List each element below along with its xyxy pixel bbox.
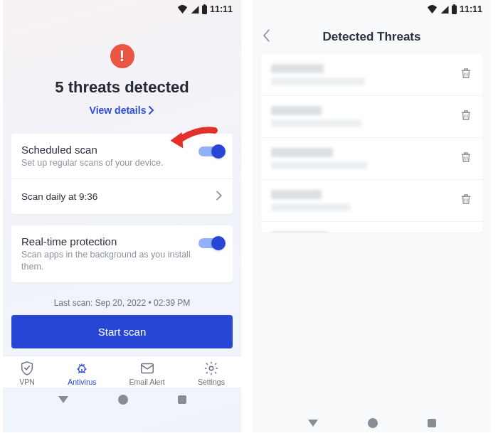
gear-icon bbox=[203, 361, 219, 376]
delete-threat-button[interactable] bbox=[460, 109, 472, 124]
scheduled-scan-card: Scheduled scan Set up regular scans of y… bbox=[11, 134, 233, 214]
threat-name-redacted bbox=[271, 106, 361, 127]
shield-check-icon bbox=[19, 361, 35, 376]
threat-row bbox=[261, 180, 482, 222]
bottom-nav: VPN Antivirus Email Alert Settings bbox=[3, 356, 241, 388]
nav-vpn[interactable]: VPN bbox=[19, 361, 35, 386]
threat-name-redacted bbox=[271, 64, 365, 85]
scheduled-scan-row: Scheduled scan Set up regular scans of y… bbox=[11, 134, 233, 178]
scheduled-toggle[interactable] bbox=[198, 146, 223, 156]
chevron-right-icon bbox=[216, 189, 223, 204]
android-nav-bar bbox=[253, 411, 491, 432]
svg-rect-1 bbox=[203, 4, 206, 6]
threats-title: Detected Threats bbox=[323, 30, 421, 44]
trash-icon bbox=[460, 109, 472, 122]
view-details-link[interactable]: View details bbox=[90, 105, 155, 116]
threat-row bbox=[261, 222, 482, 233]
trash-icon bbox=[460, 67, 472, 80]
last-scan-label: Last scan: Sep 20, 2022 • 02:39 PM bbox=[3, 298, 241, 308]
nav-back-icon[interactable] bbox=[58, 396, 68, 403]
realtime-toggle[interactable] bbox=[198, 238, 223, 248]
delete-threat-button[interactable] bbox=[460, 67, 472, 82]
nav-back-icon[interactable] bbox=[308, 420, 318, 427]
trash-icon bbox=[460, 151, 472, 164]
threats-header: Detected Threats bbox=[253, 18, 491, 54]
bug-icon bbox=[74, 361, 90, 376]
signal-icon bbox=[190, 5, 199, 14]
threat-row bbox=[261, 138, 482, 180]
realtime-sub: Scan apps in the background as you insta… bbox=[21, 249, 191, 274]
schedule-time-label: Scan daily at 9:36 bbox=[21, 191, 97, 202]
threat-row bbox=[261, 54, 482, 96]
clock: 11:11 bbox=[210, 4, 233, 14]
delete-threat-button[interactable] bbox=[460, 193, 472, 208]
delete-threat-button[interactable] bbox=[460, 151, 472, 166]
svg-rect-0 bbox=[202, 5, 207, 14]
nav-antivirus[interactable]: Antivirus bbox=[68, 361, 96, 386]
nav-email-label: Email Alert bbox=[129, 378, 165, 386]
chevron-right-icon bbox=[149, 106, 154, 114]
realtime-title: Real-time protection bbox=[21, 235, 191, 247]
status-bar: 11:11 bbox=[3, 0, 241, 18]
start-scan-button[interactable]: Start scan bbox=[11, 315, 233, 348]
antivirus-main-screen: 11:11 ! 5 threats detected View details … bbox=[3, 0, 241, 432]
svg-rect-6 bbox=[453, 4, 455, 6]
scheduled-sub: Set up regular scans of your device. bbox=[21, 157, 163, 170]
view-details-label: View details bbox=[90, 105, 147, 116]
threat-name-redacted bbox=[271, 148, 367, 169]
svg-rect-3 bbox=[141, 363, 153, 373]
wifi-icon bbox=[427, 5, 438, 14]
nav-home-icon[interactable] bbox=[368, 418, 378, 428]
back-button[interactable] bbox=[263, 29, 270, 45]
nav-recent-icon[interactable] bbox=[428, 419, 436, 427]
wifi-icon bbox=[177, 5, 188, 14]
trash-icon bbox=[460, 193, 472, 206]
threat-list bbox=[261, 54, 482, 233]
nav-recent-icon[interactable] bbox=[178, 395, 186, 404]
scheduled-title: Scheduled scan bbox=[21, 144, 163, 156]
android-nav-bar bbox=[3, 388, 241, 409]
battery-icon bbox=[451, 4, 457, 14]
chevron-left-icon bbox=[263, 29, 270, 42]
threat-row bbox=[261, 96, 482, 138]
svg-rect-5 bbox=[452, 5, 457, 14]
mail-icon bbox=[139, 361, 155, 376]
nav-settings[interactable]: Settings bbox=[198, 361, 225, 386]
alert-icon: ! bbox=[110, 44, 134, 68]
nav-email-alert[interactable]: Email Alert bbox=[129, 361, 165, 386]
svg-point-4 bbox=[209, 366, 213, 370]
signal-icon bbox=[440, 5, 449, 14]
status-bar: 11:11 bbox=[253, 0, 491, 18]
detected-threats-screen: 11:11 Detected Threats bbox=[253, 0, 491, 432]
nav-settings-label: Settings bbox=[198, 378, 225, 386]
threat-title: 5 threats detected bbox=[11, 78, 233, 97]
realtime-protection-card: Real-time protection Scan apps in the ba… bbox=[11, 225, 233, 282]
nav-home-icon[interactable] bbox=[118, 395, 128, 405]
threat-hero: ! 5 threats detected View details bbox=[3, 18, 241, 122]
clock: 11:11 bbox=[460, 4, 482, 14]
threat-name-redacted bbox=[271, 190, 351, 211]
nav-vpn-label: VPN bbox=[19, 378, 35, 386]
schedule-time-row[interactable]: Scan daily at 9:36 bbox=[11, 178, 233, 214]
nav-antivirus-label: Antivirus bbox=[68, 378, 96, 386]
battery-icon bbox=[201, 4, 208, 14]
